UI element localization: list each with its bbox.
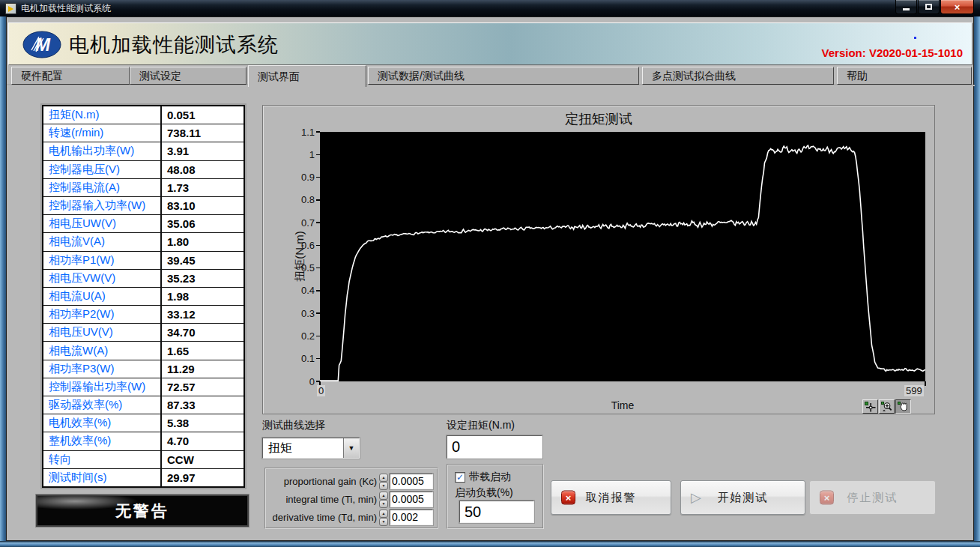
table-row: 扭矩(N.m)0.051 (43, 106, 244, 124)
param-label: 转速(r/min) (43, 124, 162, 142)
maximize-button[interactable] (918, 0, 940, 14)
load-start-cluster: ✓ 带载启动 启动负载(%) (447, 464, 544, 529)
table-row: 相电流V(A)1.80 (43, 233, 244, 251)
param-label: 相电流V(A) (43, 233, 162, 250)
pid-input-0[interactable] (390, 474, 433, 489)
chart-plot[interactable] (320, 132, 925, 381)
pid-label: proportional gain (Kc) (266, 476, 377, 487)
x-tick-start: 0 (317, 385, 325, 396)
param-label: 驱动器效率(%) (43, 396, 162, 414)
start-load-input[interactable] (459, 501, 534, 523)
cancel-alarm-button[interactable]: × 取消报警 (551, 480, 671, 515)
y-tick: 1 (281, 148, 320, 160)
pid-spinner[interactable]: ▲▼ (379, 492, 388, 507)
param-value: 48.08 (162, 161, 244, 178)
maximize-icon (925, 4, 932, 10)
app-icon (5, 3, 16, 14)
tabstrip-divider (7, 85, 975, 86)
curve-select-value: 扭矩 (263, 438, 343, 458)
param-label: 相电流W(A) (43, 342, 162, 359)
spinner-up-icon[interactable]: ▲ (379, 492, 388, 500)
chevron-down-icon[interactable]: ▼ (343, 438, 359, 458)
param-value: 34.70 (162, 324, 244, 341)
param-label: 相电压VW(V) (43, 270, 162, 287)
y-tick: 0 (281, 375, 320, 387)
decoration-dot (914, 37, 916, 39)
app-window: 电机加载性能测试系统 × M 电机加载性能测试系统 Version: V2020… (0, 0, 980, 547)
torque-setpoint-input[interactable] (447, 435, 542, 459)
tab-test-data-curves[interactable]: 测试数据/测试曲线 (368, 67, 639, 85)
curve-select-dropdown[interactable]: 扭矩 ▼ (262, 438, 360, 459)
x-axis-label: Time (320, 399, 925, 411)
tab-help[interactable]: 帮助 (837, 67, 972, 85)
y-tick: 0.2 (281, 330, 320, 342)
pid-cluster: proportional gain (Kc)▲▼integral time (T… (264, 468, 438, 529)
table-row: 相电压UV(V)34.70 (43, 324, 244, 342)
param-value: 33.12 (162, 306, 244, 323)
param-value: 0.051 (162, 106, 244, 124)
table-row: 转速(r/min)738.11 (43, 124, 244, 142)
title-bar: 电机加载性能测试系统 × (0, 0, 980, 16)
pan-tool-icon[interactable] (895, 399, 911, 414)
spinner-up-icon[interactable]: ▲ (379, 510, 388, 518)
close-button[interactable]: × (940, 0, 974, 14)
tab-test-interface[interactable]: 测试界面 (248, 65, 366, 87)
x-tick-mark-end (925, 381, 926, 386)
table-row: 控制器输入功率(W)83.10 (43, 197, 244, 215)
param-label: 控制器输入功率(W) (43, 197, 162, 214)
y-tick: 0.8 (281, 194, 320, 206)
app-header: M 电机加载性能测试系统 Version: V2020-01-15-1010 (8, 22, 973, 65)
table-row: 电机输出功率(W)3.91 (43, 142, 244, 160)
pid-spinner[interactable]: ▲▼ (379, 510, 388, 525)
table-row: 驱动器效率(%)87.33 (43, 396, 244, 414)
window-border-bottom (0, 541, 980, 547)
param-label: 相电压UV(V) (43, 324, 162, 341)
pid-spinner[interactable]: ▲▼ (379, 474, 388, 489)
stop-test-button[interactable]: × 停止测试 (809, 480, 936, 515)
pid-input-2[interactable] (390, 510, 433, 525)
x-tick-end: 599 (904, 385, 924, 396)
param-value: 1.73 (162, 179, 244, 196)
param-label: 整机效率(%) (43, 432, 162, 450)
spinner-up-icon[interactable]: ▲ (379, 474, 388, 482)
pid-row: integral time (Ti, min)▲▼ (266, 490, 437, 508)
start-load-label: 启动负载(%) (455, 486, 513, 500)
cursor-tool-icon[interactable] (862, 399, 878, 414)
param-label: 测试时间(s) (43, 469, 162, 486)
spinner-down-icon[interactable]: ▼ (379, 500, 388, 508)
minimize-button[interactable] (895, 0, 917, 14)
start-test-button[interactable]: ▷ 开始测试 (680, 480, 805, 515)
table-row: 控制器输出功率(W)72.57 (43, 378, 244, 396)
measurement-table: 扭矩(N.m)0.051转速(r/min)738.11电机输出功率(W)3.91… (42, 105, 245, 488)
version-text: Version: V2020-01-15-1010 (822, 46, 963, 59)
warning-banner: 无警告 (36, 495, 249, 527)
pid-input-1[interactable] (390, 492, 433, 507)
torque-curve (320, 145, 925, 381)
load-start-checkbox[interactable]: ✓ (455, 472, 465, 483)
param-value: 5.38 (162, 414, 244, 432)
param-label: 电机效率(%) (43, 414, 162, 432)
close-icon: × (955, 2, 961, 12)
param-label: 相功率P2(W) (43, 306, 162, 323)
y-tick: 0.1 (281, 353, 320, 365)
spinner-down-icon[interactable]: ▼ (379, 482, 388, 490)
param-value: 72.57 (162, 378, 244, 396)
table-row: 转向CCW (43, 451, 244, 469)
param-label: 相功率P1(W) (43, 252, 162, 269)
y-tick: 0.9 (281, 172, 320, 184)
load-start-checkbox-label: 带载启动 (469, 471, 511, 484)
tab-multipoint-fit-curve[interactable]: 多点测试拟合曲线 (642, 67, 834, 85)
table-row: 测试时间(s)29.97 (43, 469, 244, 486)
company-logo-icon: M (22, 31, 61, 58)
zoom-tool-icon[interactable] (879, 399, 895, 414)
y-tick: 0.3 (281, 307, 320, 319)
tab-hardware-config[interactable]: 硬件配置 (11, 67, 130, 85)
window-title: 电机加载性能测试系统 (21, 2, 111, 15)
table-row: 相电流U(A)1.98 (43, 288, 244, 306)
param-value: 738.11 (162, 124, 244, 142)
y-tick: 1.1 (281, 126, 320, 138)
spinner-down-icon[interactable]: ▼ (379, 518, 388, 526)
tab-test-settings[interactable]: 测试设定 (130, 67, 246, 85)
pid-row: derivative time (Td, min)▲▼ (266, 508, 437, 526)
table-row: 电机效率(%)5.38 (43, 414, 244, 432)
